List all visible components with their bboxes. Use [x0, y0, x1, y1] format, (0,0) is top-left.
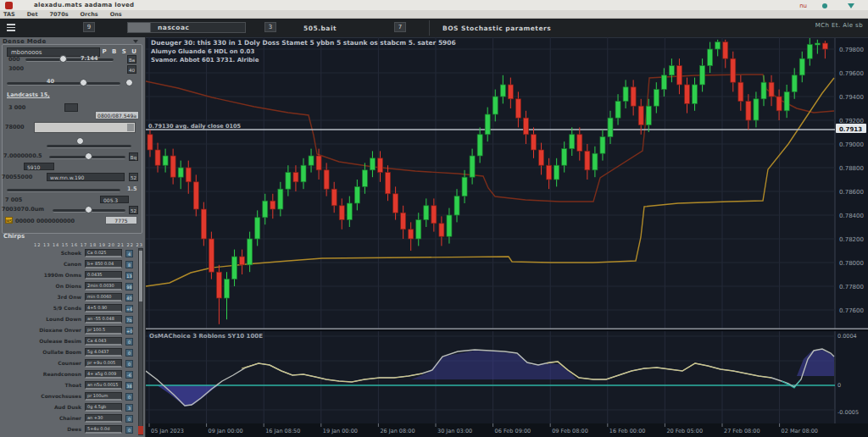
slider2-track[interactable]	[7, 82, 120, 86]
slider5-track[interactable]	[7, 189, 120, 192]
param-value[interactable]: an +30	[85, 414, 122, 423]
param-value[interactable]: 2min 0.0030	[85, 282, 122, 290]
candle-body	[263, 201, 268, 218]
param-button[interactable]: 40	[125, 294, 133, 301]
menu-edit[interactable]: Det	[27, 11, 38, 18]
param-row[interactable]: Chaineran +300	[0, 413, 134, 424]
slider4-handle[interactable]	[85, 152, 92, 160]
input-row-button[interactable]: 52	[129, 173, 138, 181]
param-value[interactable]: pr 100um	[85, 392, 122, 401]
param-row[interactable]: Convochsusespr 100um0	[0, 391, 134, 402]
param-button[interactable]: -6	[125, 371, 133, 379]
param-row[interactable]: Canonb+ 850 0.048	[0, 259, 134, 270]
param-button[interactable]: 0	[125, 349, 133, 357]
menu-options[interactable]: Ons	[110, 11, 122, 18]
param-value[interactable]: an n5u 0.0015	[85, 381, 122, 390]
row4-button[interactable]	[64, 103, 78, 112]
menu-orders[interactable]: Orchs	[81, 11, 98, 18]
level-handle[interactable]	[76, 137, 84, 145]
param-button[interactable]: 98	[125, 283, 133, 290]
param-button[interactable]: 4	[125, 250, 133, 257]
level-bar[interactable]	[34, 122, 136, 133]
slider6-handle[interactable]	[85, 206, 92, 213]
param-row[interactable]: 3rd Onwmin 0.006040	[0, 292, 134, 303]
slider2-handle[interactable]	[80, 79, 87, 86]
slider4-button[interactable]: Bq	[129, 152, 138, 161]
param-row[interactable]: Reandconosn4+ a5g 0.009-6	[0, 369, 134, 380]
input-row-label: 70055000	[2, 174, 32, 180]
param-button[interactable]: +0	[125, 327, 133, 335]
input-row-value[interactable]: ww.mn.w.190	[47, 173, 125, 181]
param-button[interactable]: 0	[125, 338, 133, 346]
param-value[interactable]: 0.0435	[85, 271, 122, 279]
param-button[interactable]: 7b	[125, 316, 133, 324]
burger-icon[interactable]	[7, 24, 15, 31]
param-button[interactable]: 0	[125, 393, 133, 401]
param-row[interactable]: Dioxane Onverpr 100.5+0	[0, 325, 134, 336]
param-button[interactable]: 0	[125, 360, 133, 368]
slider1-button[interactable]: Ba	[127, 55, 136, 64]
long-button[interactable]: 0800/087.549a	[95, 111, 139, 119]
param-value[interactable]: 4+ a5g 0.009	[85, 370, 122, 379]
slider1-track[interactable]	[25, 58, 114, 62]
param-row[interactable]: Lound Downan -55 0.0487b	[0, 314, 134, 325]
param-value[interactable]: min 0.0060	[85, 293, 122, 301]
chart-title-line: Alumyo Gluande 6 HDL on 0.03	[151, 48, 254, 55]
param-value[interactable]: pr 100.5	[85, 326, 122, 335]
param-button[interactable]: +6	[125, 305, 133, 313]
candlestick-chart[interactable]: 0.79130 avg. daily close 0105OsMAChoice …	[146, 37, 868, 437]
param-row[interactable]: Thoatan n5u 0.001538	[0, 380, 134, 391]
close-button[interactable]	[848, 3, 854, 8]
param-row[interactable]: 1990m Onms0.043513	[0, 270, 134, 281]
param-value[interactable]: 5g 4.0437	[85, 348, 122, 357]
param-value[interactable]: 5+4u 0.0d	[85, 425, 122, 434]
param-row[interactable]: 5/9 Conds4+5 0.90+6	[0, 303, 134, 314]
spinner-3[interactable]: 7	[394, 22, 406, 32]
menu-file[interactable]: TAS	[3, 11, 15, 18]
param-row[interactable]: Dees5+4u 0.0d0	[0, 424, 134, 435]
minimize-button[interactable]	[822, 3, 827, 8]
param-button[interactable]: 0	[125, 426, 133, 434]
param-value[interactable]: an -55 0.048	[85, 315, 122, 324]
slider6-button[interactable]: 52	[129, 206, 138, 214]
param-row[interactable]: Counserpr +9u 0.0050	[0, 358, 134, 369]
param-row[interactable]: Oullate Boom5g 4.04370	[0, 347, 134, 358]
chart-tab[interactable]: BOS Stochastic parameters	[442, 25, 551, 32]
window-title: alexadu.mats aadama loved	[34, 2, 134, 8]
param-value[interactable]: 4+5 0.90	[85, 304, 122, 313]
menu-tools[interactable]: 7070s	[50, 11, 69, 18]
param-row[interactable]: Aud Dusk0g 4.5gb3	[0, 402, 134, 413]
param-button[interactable]: 3	[125, 404, 133, 412]
field-icons[interactable]: P B S U	[102, 48, 138, 55]
apply-button[interactable]: 7775	[105, 216, 137, 224]
indicator-input[interactable]: nascoac	[127, 22, 246, 33]
row8-box[interactable]: 005.3	[100, 196, 129, 203]
input-segment	[128, 23, 151, 32]
candle-body	[570, 135, 575, 149]
param-row[interactable]: SchoekCa 0.0254	[0, 248, 134, 259]
sidebar-scrollbar[interactable]	[138, 248, 143, 435]
slider3-track[interactable]	[47, 145, 131, 148]
param-row[interactable]: Oulease BesimCa 4.0430	[0, 336, 134, 347]
param-value[interactable]: Ca 0.025	[85, 249, 122, 257]
collapse-chevron-icon[interactable]	[133, 40, 138, 43]
param-value[interactable]: 0g 4.5gb	[85, 403, 122, 412]
param-value[interactable]: pr +9u 0.005	[85, 359, 122, 368]
symbol-label[interactable]: 505.bait	[303, 25, 337, 32]
row2-button[interactable]: 40	[127, 65, 136, 74]
value-box-5910[interactable]: 5910	[24, 163, 54, 170]
spinner-2[interactable]: 3	[264, 22, 276, 32]
param-button[interactable]: 8	[125, 261, 133, 268]
candle-body	[723, 42, 728, 59]
param-button[interactable]: 13	[125, 272, 133, 279]
param-button[interactable]: 0	[125, 415, 133, 423]
advanced-link[interactable]: Landcasts 15,	[7, 91, 50, 98]
param-value[interactable]: Ca 4.043	[85, 337, 122, 346]
param-row[interactable]: On Dions2min 0.003098	[0, 281, 134, 292]
spinner-1[interactable]: 9	[83, 22, 95, 32]
slider1-handle[interactable]	[59, 55, 67, 63]
param-button[interactable]: 38	[125, 382, 133, 390]
slider2-handle2[interactable]	[125, 79, 133, 86]
param-value[interactable]: b+ 850 0.04	[85, 260, 122, 268]
scrollbar-thumb[interactable]	[139, 251, 142, 301]
